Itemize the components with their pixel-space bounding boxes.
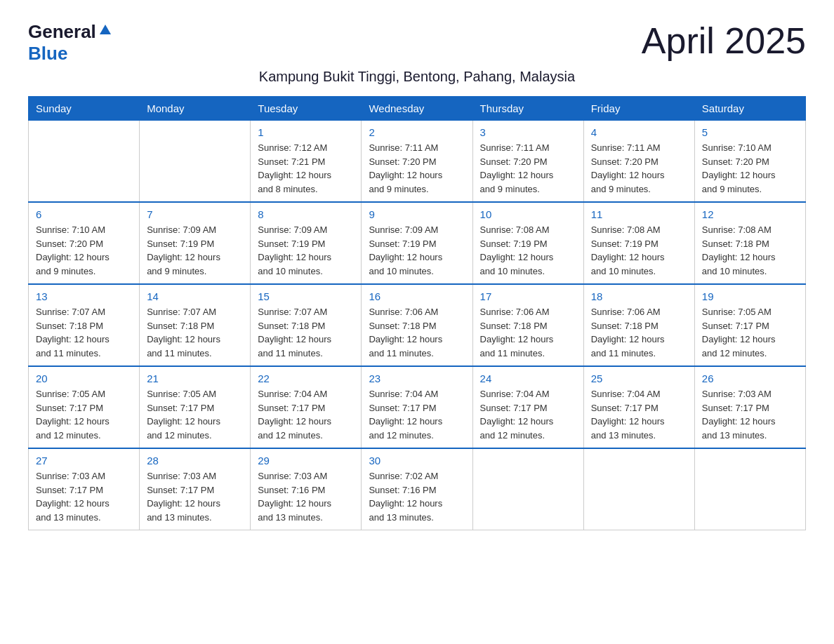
day-info: Sunrise: 7:11 AMSunset: 7:20 PMDaylight:…: [480, 141, 576, 196]
day-number: 1: [258, 126, 354, 138]
day-number: 14: [147, 290, 243, 302]
calendar-day-cell: 11Sunrise: 7:08 AMSunset: 7:19 PMDayligh…: [583, 202, 694, 284]
day-info: Sunrise: 7:03 AMSunset: 7:17 PMDaylight:…: [36, 469, 132, 524]
calendar-day-cell: 19Sunrise: 7:05 AMSunset: 7:17 PMDayligh…: [694, 284, 805, 366]
day-number: 3: [480, 126, 576, 138]
calendar-day-cell: 5Sunrise: 7:10 AMSunset: 7:20 PMDaylight…: [694, 121, 805, 203]
day-info: Sunrise: 7:04 AMSunset: 7:17 PMDaylight:…: [258, 387, 354, 442]
day-number: 2: [369, 126, 465, 138]
day-number: 28: [147, 455, 243, 467]
calendar-day-cell: 2Sunrise: 7:11 AMSunset: 7:20 PMDaylight…: [362, 121, 472, 203]
day-info: Sunrise: 7:04 AMSunset: 7:17 PMDaylight:…: [480, 387, 576, 442]
logo-blue: Blue: [28, 43, 67, 64]
day-number: 19: [702, 290, 798, 302]
day-number: 25: [591, 373, 687, 384]
day-info: Sunrise: 7:06 AMSunset: 7:18 PMDaylight:…: [591, 305, 687, 360]
logo-general: General: [28, 21, 96, 43]
calendar-day-cell: 20Sunrise: 7:05 AMSunset: 7:17 PMDayligh…: [29, 366, 140, 448]
day-number: 22: [258, 373, 354, 384]
day-info: Sunrise: 7:02 AMSunset: 7:16 PMDaylight:…: [369, 469, 465, 524]
day-number: 10: [480, 208, 576, 220]
day-number: 20: [36, 373, 132, 384]
calendar-day-cell: 27Sunrise: 7:03 AMSunset: 7:17 PMDayligh…: [29, 448, 140, 530]
month-title: April 2025: [642, 21, 806, 61]
day-number: 13: [36, 290, 132, 302]
day-number: 18: [591, 290, 687, 302]
day-info: Sunrise: 7:06 AMSunset: 7:18 PMDaylight:…: [480, 305, 576, 360]
calendar-day-cell: [694, 448, 805, 530]
logo-triangle-icon: [99, 23, 112, 39]
day-info: Sunrise: 7:07 AMSunset: 7:18 PMDaylight:…: [147, 305, 243, 360]
calendar-day-cell: [583, 448, 694, 530]
calendar-day-cell: [472, 448, 583, 530]
day-info: Sunrise: 7:09 AMSunset: 7:19 PMDaylight:…: [147, 223, 243, 278]
weekday-header-tuesday: Tuesday: [251, 97, 362, 121]
weekday-header-sunday: Sunday: [29, 97, 140, 121]
calendar-day-cell: 25Sunrise: 7:04 AMSunset: 7:17 PMDayligh…: [583, 366, 694, 448]
day-info: Sunrise: 7:08 AMSunset: 7:19 PMDaylight:…: [480, 223, 576, 278]
day-info: Sunrise: 7:03 AMSunset: 7:16 PMDaylight:…: [258, 469, 354, 524]
weekday-header-thursday: Thursday: [472, 97, 583, 121]
calendar-day-cell: 22Sunrise: 7:04 AMSunset: 7:17 PMDayligh…: [251, 366, 362, 448]
day-number: 16: [369, 290, 465, 302]
location-title: Kampung Bukit Tinggi, Bentong, Pahang, M…: [28, 69, 806, 85]
day-number: 24: [480, 373, 576, 384]
day-number: 12: [702, 208, 798, 220]
weekday-header-monday: Monday: [140, 97, 251, 121]
calendar-week-row: 1Sunrise: 7:12 AMSunset: 7:21 PMDaylight…: [29, 121, 806, 203]
day-number: 26: [702, 373, 798, 384]
calendar-week-row: 6Sunrise: 7:10 AMSunset: 7:20 PMDaylight…: [29, 202, 806, 284]
calendar-day-cell: 12Sunrise: 7:08 AMSunset: 7:18 PMDayligh…: [694, 202, 805, 284]
day-info: Sunrise: 7:08 AMSunset: 7:18 PMDaylight:…: [702, 223, 798, 278]
day-number: 6: [36, 208, 132, 220]
day-number: 27: [36, 455, 132, 467]
day-info: Sunrise: 7:12 AMSunset: 7:21 PMDaylight:…: [258, 141, 354, 196]
day-info: Sunrise: 7:03 AMSunset: 7:17 PMDaylight:…: [147, 469, 243, 524]
page-header: General Blue April 2025: [28, 21, 806, 65]
day-number: 11: [591, 208, 687, 220]
calendar-day-cell: 4Sunrise: 7:11 AMSunset: 7:20 PMDaylight…: [583, 121, 694, 203]
calendar-day-cell: 26Sunrise: 7:03 AMSunset: 7:17 PMDayligh…: [694, 366, 805, 448]
calendar-table: SundayMondayTuesdayWednesdayThursdayFrid…: [28, 96, 806, 530]
day-number: 8: [258, 208, 354, 220]
day-info: Sunrise: 7:05 AMSunset: 7:17 PMDaylight:…: [36, 387, 132, 442]
calendar-day-cell: 6Sunrise: 7:10 AMSunset: 7:20 PMDaylight…: [29, 202, 140, 284]
day-number: 7: [147, 208, 243, 220]
calendar-day-cell: 14Sunrise: 7:07 AMSunset: 7:18 PMDayligh…: [140, 284, 251, 366]
day-info: Sunrise: 7:04 AMSunset: 7:17 PMDaylight:…: [591, 387, 687, 442]
day-number: 17: [480, 290, 576, 302]
day-info: Sunrise: 7:07 AMSunset: 7:18 PMDaylight:…: [258, 305, 354, 360]
day-info: Sunrise: 7:04 AMSunset: 7:17 PMDaylight:…: [369, 387, 465, 442]
calendar-day-cell: 10Sunrise: 7:08 AMSunset: 7:19 PMDayligh…: [472, 202, 583, 284]
day-info: Sunrise: 7:08 AMSunset: 7:19 PMDaylight:…: [591, 223, 687, 278]
day-info: Sunrise: 7:11 AMSunset: 7:20 PMDaylight:…: [369, 141, 465, 196]
day-number: 9: [369, 208, 465, 220]
day-number: 23: [369, 373, 465, 384]
svg-marker-0: [100, 25, 111, 34]
calendar-day-cell: 23Sunrise: 7:04 AMSunset: 7:17 PMDayligh…: [362, 366, 472, 448]
day-number: 4: [591, 126, 687, 138]
day-info: Sunrise: 7:09 AMSunset: 7:19 PMDaylight:…: [369, 223, 465, 278]
calendar-day-cell: 18Sunrise: 7:06 AMSunset: 7:18 PMDayligh…: [583, 284, 694, 366]
day-number: 30: [369, 455, 465, 467]
day-info: Sunrise: 7:03 AMSunset: 7:17 PMDaylight:…: [702, 387, 798, 442]
calendar-day-cell: 9Sunrise: 7:09 AMSunset: 7:19 PMDaylight…: [362, 202, 472, 284]
day-info: Sunrise: 7:06 AMSunset: 7:18 PMDaylight:…: [369, 305, 465, 360]
logo: General Blue: [28, 21, 112, 65]
day-info: Sunrise: 7:09 AMSunset: 7:19 PMDaylight:…: [258, 223, 354, 278]
day-info: Sunrise: 7:10 AMSunset: 7:20 PMDaylight:…: [702, 141, 798, 196]
day-info: Sunrise: 7:10 AMSunset: 7:20 PMDaylight:…: [36, 223, 132, 278]
calendar-day-cell: 7Sunrise: 7:09 AMSunset: 7:19 PMDaylight…: [140, 202, 251, 284]
calendar-day-cell: 8Sunrise: 7:09 AMSunset: 7:19 PMDaylight…: [251, 202, 362, 284]
calendar-day-cell: 13Sunrise: 7:07 AMSunset: 7:18 PMDayligh…: [29, 284, 140, 366]
calendar-day-cell: 24Sunrise: 7:04 AMSunset: 7:17 PMDayligh…: [472, 366, 583, 448]
day-info: Sunrise: 7:11 AMSunset: 7:20 PMDaylight:…: [591, 141, 687, 196]
weekday-header-row: SundayMondayTuesdayWednesdayThursdayFrid…: [29, 97, 806, 121]
calendar-day-cell: 3Sunrise: 7:11 AMSunset: 7:20 PMDaylight…: [472, 121, 583, 203]
day-info: Sunrise: 7:05 AMSunset: 7:17 PMDaylight:…: [702, 305, 798, 360]
calendar-day-cell: 1Sunrise: 7:12 AMSunset: 7:21 PMDaylight…: [251, 121, 362, 203]
calendar-week-row: 20Sunrise: 7:05 AMSunset: 7:17 PMDayligh…: [29, 366, 806, 448]
weekday-header-saturday: Saturday: [694, 97, 805, 121]
calendar-day-cell: 29Sunrise: 7:03 AMSunset: 7:16 PMDayligh…: [251, 448, 362, 530]
day-number: 5: [702, 126, 798, 138]
